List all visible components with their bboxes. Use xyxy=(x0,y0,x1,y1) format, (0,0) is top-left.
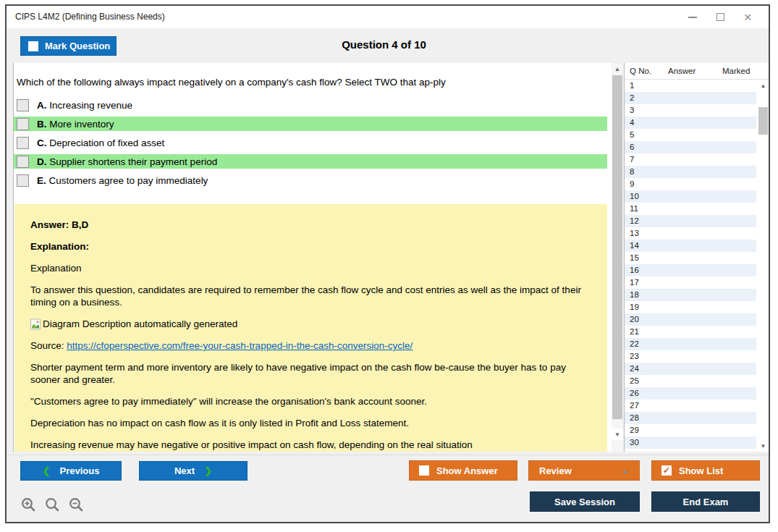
question-list-row[interactable]: 30 xyxy=(625,436,756,449)
question-list-row[interactable]: 16 xyxy=(625,264,756,276)
question-list-row[interactable]: 2 xyxy=(625,92,756,104)
show-list-checkbox[interactable]: ✓ xyxy=(661,465,672,476)
question-list-row[interactable]: 11 xyxy=(625,203,756,215)
window-controls: ✕ xyxy=(679,6,761,28)
question-list-row[interactable]: 26 xyxy=(625,387,756,400)
zoom-reset-icon[interactable] xyxy=(44,497,62,514)
question-list-row[interactable]: 4 xyxy=(625,117,756,129)
question-list-scrollbar-thumb[interactable] xyxy=(758,107,768,135)
chevron-left-icon: ❮ xyxy=(43,465,51,476)
show-list-button[interactable]: ✓ Show List xyxy=(651,460,760,481)
question-list-row[interactable]: 28 xyxy=(625,412,756,424)
option-c[interactable]: C. Depreciation of fixed asset xyxy=(14,135,607,150)
option-label: B. More inventory xyxy=(37,119,114,130)
close-button[interactable]: ✕ xyxy=(734,6,761,28)
option-label: D. Supplier shortens their payment perio… xyxy=(37,156,217,167)
question-list-row[interactable]: 9 xyxy=(625,178,756,190)
show-answer-label: Show Answer xyxy=(436,465,498,476)
question-list-row[interactable]: 25 xyxy=(625,375,756,387)
minimize-button[interactable] xyxy=(679,6,706,28)
question-list-row[interactable]: 5 xyxy=(625,129,756,141)
explanation-box: Answer: B,D Explanation: Explanation To … xyxy=(14,204,607,452)
footer-bar: ❮ Previous Next ❯ Show Answer Review ▲ ✓… xyxy=(7,455,769,522)
question-list-scrollbar[interactable]: ▲ ▼ xyxy=(758,80,769,452)
question-list-row[interactable]: 21 xyxy=(625,326,756,338)
header-marked: Marked xyxy=(722,67,750,75)
save-session-label: Save Session xyxy=(554,497,615,507)
mark-question-label: Mark Question xyxy=(45,41,110,51)
question-list-row[interactable]: 13 xyxy=(625,227,756,240)
source-link[interactable]: https://cfoperspective.com/free-your-cas… xyxy=(67,340,413,351)
maximize-icon xyxy=(716,13,724,21)
explanation-point-4: Increasing revenue may have negative or … xyxy=(30,439,591,451)
question-list-row[interactable]: 15 xyxy=(625,252,756,264)
option-b[interactable]: B. More inventory xyxy=(14,117,607,131)
option-checkbox[interactable] xyxy=(17,99,29,111)
header-qno: Q No. xyxy=(630,67,651,75)
scroll-down-arrow-icon[interactable]: ▼ xyxy=(758,440,769,452)
show-answer-button[interactable]: Show Answer xyxy=(409,460,517,481)
content-scrollbar[interactable]: ▲ ▼ xyxy=(612,63,623,452)
option-label: E. Customers agree to pay immediately xyxy=(37,175,208,186)
explanation-heading: Explanation: xyxy=(30,240,591,253)
zoom-out-icon[interactable] xyxy=(68,497,85,514)
explanation-intro: To answer this question, candidates are … xyxy=(30,284,591,308)
maximize-button[interactable] xyxy=(706,6,734,28)
question-list-row[interactable]: 19 xyxy=(625,301,756,313)
zoom-in-icon[interactable] xyxy=(20,497,38,514)
explanation-point-1: Shorter payment term and more inventory … xyxy=(30,361,591,386)
next-label: Next xyxy=(174,465,195,476)
option-label: C. Depreciation of fixed asset xyxy=(37,138,164,148)
question-list-row[interactable]: 8 xyxy=(625,166,756,178)
source-line: Source: https://cfoperspective.com/free-… xyxy=(30,339,591,352)
scroll-up-arrow-icon[interactable]: ▲ xyxy=(758,80,769,91)
explanation-point-2: "Customers agree to pay immediately" wil… xyxy=(30,395,591,408)
show-answer-checkbox[interactable] xyxy=(419,465,429,476)
question-list-row[interactable]: 12 xyxy=(625,215,756,227)
question-list-row[interactable]: 20 xyxy=(625,313,756,326)
question-list-row[interactable]: 23 xyxy=(625,350,756,363)
scroll-up-arrow-icon[interactable]: ▲ xyxy=(612,63,623,75)
option-checkbox[interactable] xyxy=(17,137,29,149)
question-list-row[interactable]: 7 xyxy=(625,153,756,166)
mark-question-checkbox[interactable] xyxy=(28,41,38,51)
question-list-row[interactable]: 24 xyxy=(625,363,756,375)
toolbar: Question 4 of 10 Mark Question xyxy=(7,28,769,63)
option-d[interactable]: D. Supplier shortens their payment perio… xyxy=(14,154,607,169)
minimize-icon xyxy=(688,17,697,18)
explanation-point-3: Depreciation has no impact on cash flow … xyxy=(30,417,591,429)
option-e[interactable]: E. Customers agree to pay immediately xyxy=(14,173,607,187)
zoom-controls xyxy=(20,497,85,514)
question-list-row[interactable]: 22 xyxy=(625,338,756,350)
review-button[interactable]: Review ▲ xyxy=(528,460,640,481)
question-list-row[interactable]: 3 xyxy=(625,104,756,117)
question-list-row[interactable]: 17 xyxy=(625,276,756,289)
option-checkbox[interactable] xyxy=(17,156,29,168)
answer-line: Answer: B,D xyxy=(30,219,591,231)
title-bar: CIPS L4M2 (Defining Business Needs) ✕ xyxy=(7,6,769,28)
question-list-row[interactable]: 27 xyxy=(625,400,756,412)
main-region: Which of the following always impact neg… xyxy=(7,63,769,455)
mark-question-button[interactable]: Mark Question xyxy=(20,36,117,56)
save-session-button[interactable]: Save Session xyxy=(530,491,640,512)
show-list-label: Show List xyxy=(679,465,723,476)
option-a[interactable]: A. Increasing revenue xyxy=(14,98,607,112)
content-scrollbar-thumb[interactable] xyxy=(612,75,622,419)
question-list-row[interactable]: 14 xyxy=(625,240,756,252)
screenshot-stage: CIPS L4M2 (Defining Business Needs) ✕ Qu… xyxy=(0,0,778,532)
previous-label: Previous xyxy=(59,465,99,476)
question-list-row[interactable]: 1 xyxy=(625,80,756,92)
scroll-down-arrow-icon[interactable]: ▼ xyxy=(612,428,623,440)
next-button[interactable]: Next ❯ xyxy=(139,461,248,481)
previous-button[interactable]: ❮ Previous xyxy=(20,461,122,481)
question-list-row[interactable]: 29 xyxy=(625,424,756,436)
question-list-row[interactable]: 10 xyxy=(625,190,756,203)
diagram-caption: Diagram Description automatically genera… xyxy=(43,318,237,330)
option-checkbox[interactable] xyxy=(17,118,29,130)
end-exam-button[interactable]: End Exam xyxy=(651,491,760,512)
option-checkbox[interactable] xyxy=(17,174,29,187)
question-list-row[interactable]: 18 xyxy=(625,289,756,301)
explanation-subheading: Explanation xyxy=(30,262,591,274)
question-list-row[interactable]: 6 xyxy=(625,141,756,153)
header-answer: Answer xyxy=(668,67,695,75)
